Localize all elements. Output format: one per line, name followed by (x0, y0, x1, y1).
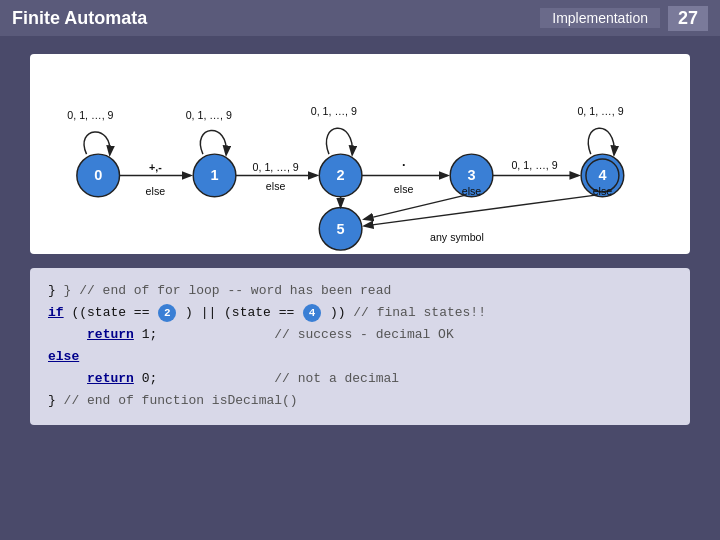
svg-text:1: 1 (210, 167, 218, 183)
code-if-open: ((state == (71, 305, 157, 320)
svg-text:+,-: +,- (149, 161, 162, 173)
code-comment-3: // success - decimal OK (274, 327, 453, 342)
code-if-close: )) (330, 305, 353, 320)
code-indent-1 (48, 327, 79, 342)
svg-text:any symbol: any symbol (430, 231, 484, 243)
svg-text:0, 1, …, 9: 0, 1, …, 9 (511, 159, 557, 171)
code-or: ) || (state == (185, 305, 302, 320)
svg-text:0: 0 (94, 167, 102, 183)
svg-text:0, 1, …, 9: 0, 1, …, 9 (186, 109, 232, 121)
main-content: 0 1 2 3 4 5 +,- 0, 1, …, 9 (0, 36, 720, 435)
svg-text:else: else (266, 180, 286, 192)
slide-number: 27 (668, 6, 708, 31)
code-return-val-2: 0; (142, 371, 267, 386)
svg-text:4: 4 (598, 167, 606, 183)
svg-text:else: else (394, 183, 414, 195)
svg-text:5: 5 (337, 221, 345, 237)
code-line-4: else (48, 346, 672, 368)
automata-svg: 0 1 2 3 4 5 +,- 0, 1, …, 9 (40, 66, 680, 251)
svg-text:0, 1, …, 9: 0, 1, …, 9 (253, 161, 299, 173)
svg-text:0, 1, …, 9: 0, 1, …, 9 (67, 109, 113, 121)
code-return-val-1: 1; (142, 327, 267, 342)
code-line-6: } // end of function isDecimal() (48, 390, 672, 412)
keyword-return-2: return (87, 371, 134, 386)
code-comment-2: // final states!! (353, 305, 486, 320)
code-line-1: } } // end of for loop -- word has been … (48, 280, 672, 302)
code-indent-2 (48, 371, 79, 386)
code-end-brace: } (48, 393, 64, 408)
state-circle-2: 2 (158, 304, 176, 322)
page-title: Finite Automata (12, 8, 540, 29)
svg-text:3: 3 (467, 167, 475, 183)
code-comment-1: } // end of for loop -- word has been re… (64, 283, 392, 298)
svg-line-31 (365, 195, 467, 219)
keyword-return-1: return (87, 327, 134, 342)
section-label: Implementation (540, 8, 660, 28)
svg-text:0, 1, …, 9: 0, 1, …, 9 (577, 105, 623, 117)
code-comment-4: // not a decimal (274, 371, 399, 386)
code-comment-5: // end of function isDecimal() (64, 393, 298, 408)
svg-text:·: · (402, 158, 406, 172)
code-block: } } // end of for loop -- word has been … (30, 268, 690, 425)
code-line-5: return 0; // not a decimal (48, 368, 672, 390)
code-line-3: return 1; // success - decimal OK (48, 324, 672, 346)
code-line-2: if ((state == 2 ) || (state == 4 )) // f… (48, 302, 672, 324)
keyword-if: if (48, 305, 64, 320)
keyword-else: else (48, 349, 79, 364)
automata-diagram: 0 1 2 3 4 5 +,- 0, 1, …, 9 (30, 54, 690, 254)
header: Finite Automata Implementation 27 (0, 0, 720, 36)
svg-text:2: 2 (337, 167, 345, 183)
code-brace-close: } (48, 283, 64, 298)
svg-text:0, 1, …, 9: 0, 1, …, 9 (311, 105, 357, 117)
state-circle-4: 4 (303, 304, 321, 322)
svg-text:else: else (146, 185, 166, 197)
